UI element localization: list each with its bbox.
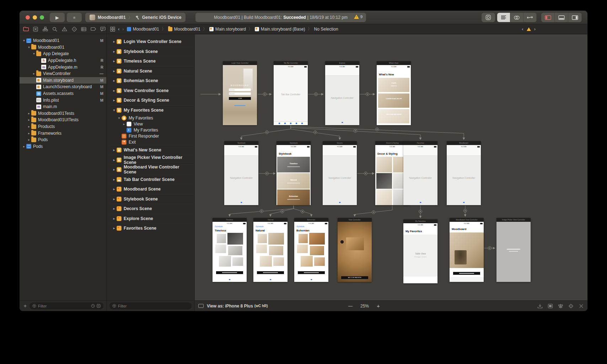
- zoom-in-button[interactable]: +: [377, 303, 380, 309]
- project-navigator-tab[interactable]: [23, 26, 29, 32]
- tab-bar-item-dot[interactable]: [339, 202, 340, 203]
- storyboard-screen-login-view-controller[interactable]: Login View ControllerMOODBOARDUsernamePa…: [223, 61, 257, 125]
- storyboard-screen-my-favorites[interactable]: My Favorites9:41 AMMy FavoritesTable Vie…: [403, 219, 437, 283]
- tab-bar-item-dot[interactable]: [420, 202, 421, 203]
- tab-item[interactable]: [296, 123, 297, 124]
- scene-row[interactable]: ▸ Moodboard View Controller Scene: [109, 165, 194, 175]
- standard-editor-button[interactable]: [497, 13, 510, 22]
- screen-header[interactable]: View Controller: [338, 218, 372, 222]
- stylebook-card-timeless[interactable]: Timeless: [277, 157, 310, 172]
- disclosure-triangle[interactable]: ▾: [112, 108, 117, 112]
- scene-row[interactable]: ▸ Bohemian Scene: [109, 76, 194, 86]
- disclosure-triangle[interactable]: ▸: [112, 69, 117, 73]
- warning-counter[interactable]: 9: [354, 15, 362, 19]
- file-tree-row[interactable]: LaunchScreen.storyboard M: [20, 84, 106, 90]
- go-back-button[interactable]: ‹: [118, 26, 119, 32]
- whats-new-card[interactable]: CHAIRSVARA NOS: [378, 78, 409, 92]
- scene-row[interactable]: ▾ My Favorites: [109, 115, 194, 121]
- disclosure-triangle[interactable]: ▸: [22, 145, 26, 148]
- resolve-issues-icon[interactable]: [579, 304, 584, 309]
- breakpoint-navigator-tab[interactable]: [90, 26, 97, 32]
- disclosure-triangle[interactable]: ▾: [117, 116, 122, 120]
- outline-filter-field[interactable]: Filter: [109, 303, 192, 309]
- storyboard-screen-stylebook-nav[interactable]: Stylebook9:41 AMNavigation Controller: [224, 141, 258, 205]
- screen-header[interactable]: Stylebook: [224, 141, 258, 145]
- storyboard-screen-moodboard-view-controller[interactable]: Moodboard View Controller9:41 AMMoodboar…: [450, 218, 484, 282]
- storyboard-screen-whats-new[interactable]: What's New9:41 AMWhat's NewCHAIRSVARA NO…: [377, 61, 411, 125]
- storyboard-screen-favorites-nav[interactable]: Favorites9:41 AMNavigation Controller: [403, 141, 437, 205]
- scene-row[interactable]: ▾ My Favorites Scene: [109, 105, 194, 115]
- scene-row[interactable]: ▸ View: [109, 121, 194, 127]
- file-tree-row[interactable]: ▾ App Delegate: [20, 50, 106, 57]
- test-navigator-tab[interactable]: [71, 26, 77, 32]
- zoom-out-button[interactable]: —: [348, 304, 353, 309]
- disclosure-triangle[interactable]: ▾: [32, 52, 36, 55]
- tab-item[interactable]: [290, 123, 291, 124]
- screen-header[interactable]: My Favorites: [403, 219, 437, 223]
- back-button[interactable]: ‹ Stylebook: [255, 226, 264, 228]
- find-navigator-tab[interactable]: [52, 26, 58, 32]
- add-to-favorites-button[interactable]: ADD TO MY FAVORITES: [341, 276, 369, 279]
- screen-header[interactable]: What's New: [377, 61, 411, 65]
- whats-new-card[interactable]: H&M HOME NEW RANGE: [378, 109, 409, 123]
- scene-row[interactable]: ▸ Stylebook Scene: [109, 47, 194, 57]
- related-items-icon[interactable]: [110, 27, 115, 32]
- tab-item[interactable]: [284, 123, 286, 124]
- recent-files-icon[interactable]: [91, 304, 95, 308]
- screen-header[interactable]: Stylebook: [276, 141, 311, 145]
- source-control-filter-icon[interactable]: [97, 304, 101, 308]
- disclosure-triangle[interactable]: ▸: [112, 89, 117, 92]
- screen-header[interactable]: Image Picker View Controller: [496, 218, 531, 222]
- scene-row[interactable]: ▸ Moodboard Scene: [109, 184, 194, 194]
- file-tree-row[interactable]: ▸ Moodboard01UITests: [20, 117, 106, 123]
- file-tree-row[interactable]: ▾ Moodboard01: [20, 44, 106, 51]
- storyboard-screen-moodboard-nav[interactable]: Moodboard9:41 AMNavigation Controller: [447, 141, 481, 205]
- scene-row[interactable]: ▸ View Controller Scene: [109, 86, 194, 96]
- scene-row[interactable]: My Favorites: [109, 127, 194, 133]
- whats-new-card[interactable]: COUNTRY ROAD 20% OFF: [378, 93, 409, 108]
- scene-row[interactable]: ▸ Decors Scene: [109, 204, 194, 214]
- issue-navigator-tab[interactable]: [61, 26, 68, 32]
- screen-header[interactable]: Tab Bar Controller: [274, 61, 308, 65]
- tab-bar-item-dot[interactable]: [342, 122, 343, 123]
- file-tree-row[interactable]: ▸ Frameworks: [20, 130, 106, 136]
- screen-header[interactable]: Decors: [323, 141, 357, 145]
- file-tree-row[interactable]: AppDelegate.m R: [20, 64, 106, 70]
- file-tree-row[interactable]: ▸ Pods: [20, 136, 106, 143]
- tab-bar-item-dot[interactable]: [311, 279, 312, 280]
- screen-header[interactable]: Explore: [325, 61, 359, 65]
- add-file-button[interactable]: ＋: [22, 303, 27, 309]
- scene-row[interactable]: First Responder: [109, 133, 194, 139]
- disclosure-triangle[interactable]: ▸: [112, 168, 117, 171]
- toggle-inspector-button[interactable]: [568, 13, 582, 22]
- stop-button[interactable]: ■: [67, 13, 82, 22]
- disclosure-triangle[interactable]: ▸: [122, 122, 127, 126]
- view-as-label[interactable]: View as: iPhone 8 Plus: [207, 304, 253, 309]
- scene-row[interactable]: ▸ Timeless Scene: [109, 56, 194, 66]
- minimize-window-button[interactable]: [33, 15, 37, 20]
- file-tree-row[interactable]: AppDelegate.h R: [20, 57, 106, 64]
- scene-row[interactable]: ▸ Explore Scene: [109, 214, 194, 224]
- stylebook-card-natural[interactable]: Natural: [277, 173, 310, 189]
- disclosure-triangle[interactable]: ▸: [112, 187, 117, 191]
- scene-row[interactable]: ▸ Image Picker View Controller Scene: [109, 155, 194, 165]
- version-editor-button[interactable]: [523, 13, 537, 22]
- storyboard-screen-image-picker-view-controller[interactable]: Image Picker View Controller: [496, 218, 531, 282]
- breadcrumb-item[interactable]: Moodboard01 〉: [127, 26, 166, 32]
- storyboard-screen-explore-nav[interactable]: Explore9:41 AMNavigation Controller: [325, 61, 359, 125]
- tab-bar-item-dot[interactable]: [463, 202, 464, 203]
- scene-row[interactable]: Exit: [109, 139, 194, 145]
- activity-viewer[interactable]: Moodboard01 | Build Moodboard01: Succeed…: [195, 13, 366, 22]
- storyboard-screen-tab-bar-controller[interactable]: Tab Bar Controller9:41 AMTab Bar Control…: [274, 61, 308, 125]
- tab-item[interactable]: [279, 123, 280, 124]
- share-board-button[interactable]: [216, 271, 243, 274]
- disclosure-triangle[interactable]: ▾: [22, 39, 26, 42]
- storyboard-screen-view-controller[interactable]: View Controller‹ADD TO MY FAVORITES: [338, 218, 372, 282]
- assistant-editor-button[interactable]: [510, 13, 523, 22]
- back-circle-button[interactable]: ‹: [340, 240, 344, 243]
- scene-row[interactable]: ▸ What's New Scene: [109, 145, 194, 155]
- login-button[interactable]: LOGIN: [229, 97, 251, 100]
- disclosure-triangle[interactable]: ▸: [32, 72, 36, 75]
- disclosure-triangle[interactable]: ▸: [27, 138, 31, 141]
- storyboard-screen-natural[interactable]: Natural9:41 AM‹ StylebookNatural: [253, 218, 288, 282]
